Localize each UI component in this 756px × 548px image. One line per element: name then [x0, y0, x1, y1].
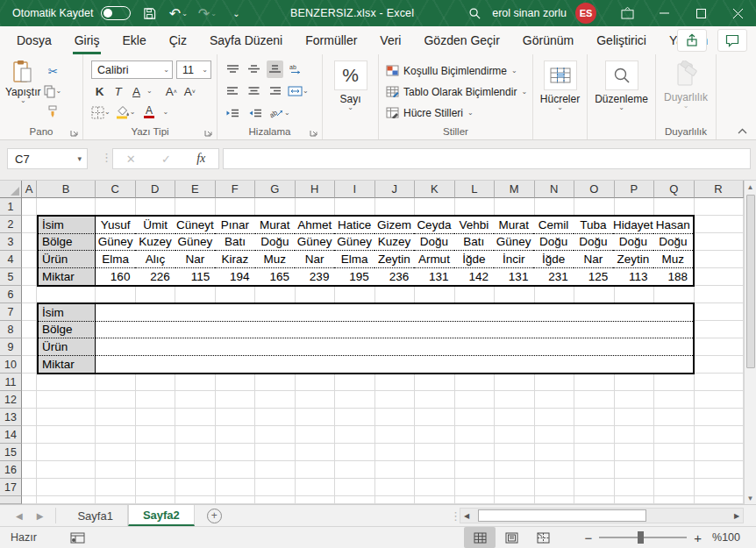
tab-dosya[interactable]: Dosya	[5, 26, 63, 54]
table1-cell[interactable]: 236	[374, 268, 414, 286]
table1-cell[interactable]: Nar	[175, 251, 215, 268]
row-header-10[interactable]: 10	[0, 356, 22, 374]
cell-A6[interactable]	[22, 286, 37, 303]
cell-M13[interactable]	[495, 409, 535, 426]
cell-K6[interactable]	[415, 286, 455, 303]
cell-F17[interactable]	[216, 479, 256, 496]
cell-R5[interactable]	[695, 268, 744, 286]
cell-N6[interactable]	[535, 286, 575, 303]
cell-O13[interactable]	[574, 409, 615, 426]
table1-cell[interactable]: Doğu	[653, 234, 693, 252]
cell-O17[interactable]	[574, 479, 615, 496]
cell-R9[interactable]	[695, 338, 744, 356]
cell-L17[interactable]	[455, 479, 496, 496]
table1-cell[interactable]: Armut	[414, 251, 453, 268]
cell-E14[interactable]	[175, 426, 216, 444]
table1-cell[interactable]: Doğu	[533, 234, 573, 252]
redo-icon[interactable]: ↷⌄	[196, 3, 218, 24]
table1-cell[interactable]: 160	[96, 268, 135, 286]
cell-R14[interactable]	[695, 426, 744, 444]
align-middle-icon[interactable]	[246, 60, 262, 78]
cell-F13[interactable]	[216, 409, 256, 426]
cell-N1[interactable]	[535, 198, 575, 216]
cell-R1[interactable]	[695, 198, 744, 216]
tab-gozden-gecir[interactable]: Gözden Geçir	[412, 26, 510, 54]
bold-button[interactable]: K	[91, 82, 108, 100]
cell-G17[interactable]	[255, 479, 296, 496]
cell-Q1[interactable]	[654, 198, 695, 216]
cell-partial[interactable]	[415, 496, 455, 504]
table1-cell[interactable]: Kuzey	[374, 234, 414, 252]
col-header-Q[interactable]: Q	[654, 181, 695, 198]
zoom-slider-thumb[interactable]	[638, 531, 644, 544]
col-header-L[interactable]: L	[455, 181, 496, 198]
cell-R2[interactable]	[695, 216, 744, 233]
cancel-icon[interactable]: ✕	[126, 153, 136, 166]
cell-partial[interactable]	[654, 496, 695, 504]
cell-Q15[interactable]	[654, 444, 695, 461]
table1-row-label[interactable]: Ürün	[39, 251, 96, 268]
row-header-15[interactable]: 15	[0, 444, 22, 461]
cell-H6[interactable]	[296, 286, 336, 303]
cell-A15[interactable]	[22, 444, 37, 461]
cell-A14[interactable]	[22, 426, 37, 444]
cell-partial[interactable]	[535, 496, 575, 504]
cell-K11[interactable]	[415, 374, 455, 391]
cell-P12[interactable]	[615, 391, 655, 409]
align-top-icon[interactable]	[225, 60, 241, 78]
align-center-icon[interactable]	[246, 82, 262, 100]
row-header-12[interactable]: 12	[0, 391, 22, 409]
horizontal-scrollbar[interactable]: ◀ ▶	[460, 508, 744, 523]
tab-gelistirici[interactable]: Geliştirici	[585, 26, 658, 54]
cell-O12[interactable]	[574, 391, 615, 409]
row-header-7[interactable]: 7	[0, 303, 22, 321]
table1-cell[interactable]: 131	[414, 268, 453, 286]
table1-cell[interactable]: 113	[613, 268, 653, 286]
cell-A8[interactable]	[22, 321, 37, 338]
zoom-level[interactable]: %100	[709, 531, 740, 544]
row-header-9[interactable]: 9	[0, 338, 22, 356]
scroll-down-icon[interactable]: ▼	[745, 492, 756, 504]
new-sheet-button[interactable]: +	[207, 509, 222, 523]
format-as-table-button[interactable]: Tablo Olarak Biçimlendir⌄	[379, 82, 532, 101]
cells-button[interactable]: Hücreler ⌄	[533, 54, 587, 110]
cell-R6[interactable]	[695, 286, 744, 303]
cell-G6[interactable]	[255, 286, 296, 303]
col-header-O[interactable]: O	[574, 181, 615, 198]
table1-cell[interactable]: Ahmet	[295, 217, 334, 234]
cell-partial[interactable]	[37, 496, 96, 504]
copy-icon[interactable]: ⌄	[44, 82, 61, 100]
cell-G13[interactable]	[255, 409, 296, 426]
cell-L11[interactable]	[455, 374, 496, 391]
cell-M1[interactable]	[495, 198, 535, 216]
wrap-text-icon[interactable]: ab	[288, 60, 304, 78]
cell-R11[interactable]	[695, 374, 744, 391]
cell-M14[interactable]	[495, 426, 535, 444]
cell-A12[interactable]	[22, 391, 37, 409]
cell-B6[interactable]	[37, 286, 96, 303]
col-header-K[interactable]: K	[415, 181, 455, 198]
cell-P16[interactable]	[615, 461, 655, 479]
table2-empty-cell[interactable]	[96, 356, 693, 374]
cell-H11[interactable]	[296, 374, 336, 391]
cell-B16[interactable]	[37, 461, 96, 479]
cell-D12[interactable]	[136, 391, 176, 409]
tab-giris[interactable]: Giriş	[63, 26, 111, 54]
table1-cell[interactable]: Muz	[255, 251, 295, 268]
cell-C12[interactable]	[96, 391, 136, 409]
cut-icon[interactable]: ✂	[44, 62, 61, 80]
cell-K13[interactable]	[415, 409, 455, 426]
cell-B12[interactable]	[37, 391, 96, 409]
cell-M12[interactable]	[495, 391, 535, 409]
cell-M11[interactable]	[495, 374, 535, 391]
table1-cell[interactable]: Vehbi	[454, 217, 494, 234]
clipboard-dialog-launcher-icon[interactable]	[70, 128, 79, 137]
cell-F15[interactable]	[216, 444, 256, 461]
undo-icon[interactable]: ↶⌄	[168, 3, 189, 24]
zoom-slider[interactable]	[599, 537, 687, 538]
conditional-formatting-button[interactable]: Koşullu Biçimlendirme⌄	[379, 61, 532, 80]
cell-E1[interactable]	[175, 198, 216, 216]
cell-O11[interactable]	[574, 374, 615, 391]
cell-I13[interactable]	[335, 409, 375, 426]
cell-N11[interactable]	[535, 374, 575, 391]
